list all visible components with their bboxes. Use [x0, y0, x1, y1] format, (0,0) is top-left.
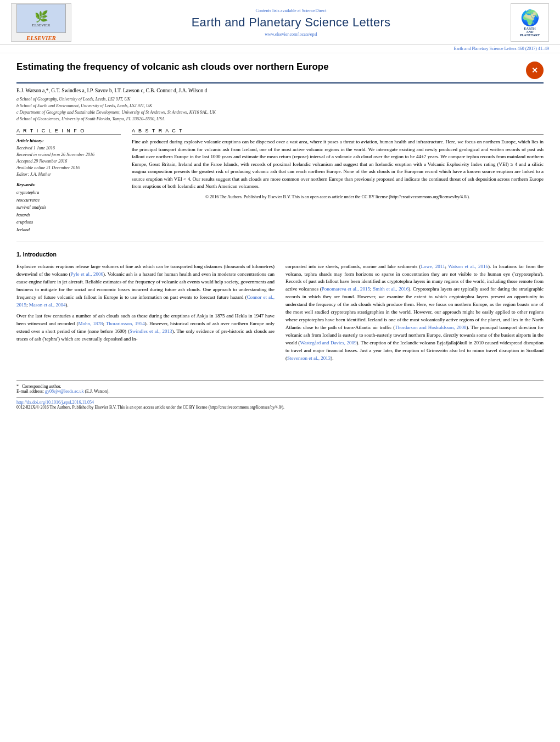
- license-text: © 2016 The Authors. Published by Elsevie…: [132, 194, 544, 200]
- keyword-0: cryptotephra: [16, 189, 121, 197]
- intro-para-3: corporated into ice sheets, peatlands, m…: [285, 263, 544, 362]
- body-col-left: 1. Introduction Explosive volcanic erupt…: [16, 250, 275, 366]
- keyword-2: survival analysis: [16, 204, 121, 211]
- ref-thordarson-2008[interactable]: Thordarson and Hoskuldsson, 2008: [395, 325, 466, 330]
- ref-thorarinsson-1954[interactable]: Thorarinsson, 1954: [106, 321, 145, 326]
- affiliations: a School of Geography, University of Lee…: [16, 96, 544, 122]
- abstract-text: Fine ash produced during explosive volca…: [132, 138, 544, 200]
- abstract-label: A B S T R A C T: [132, 128, 544, 135]
- elsevier-logo-block: 🌿 ELSEVIER ELSEVIER: [11, 3, 71, 42]
- keyword-1: reoccurrence: [16, 197, 121, 204]
- crossmark-badge: ✕: [526, 62, 544, 79]
- ref-swindles-2013[interactable]: Swindles et al., 2013: [130, 328, 172, 334]
- abstract-paragraph: Fine ash produced during explosive volca…: [132, 138, 544, 191]
- doi-line[interactable]: http://dx.doi.org/10.1016/j.epsl.2016.11…: [16, 400, 544, 405]
- ref-smith-2016[interactable]: Smith et al., 2016: [373, 286, 408, 292]
- ref-mason-2004[interactable]: Mason et al., 2004: [29, 302, 66, 308]
- history-editor: Editor: J.A. Mather: [16, 171, 121, 178]
- keywords-section: Keywords: cryptotephra reoccurrence surv…: [16, 182, 121, 234]
- earth-globe-icon: 🌍: [520, 9, 540, 27]
- corresponding-label: Corresponding author.: [22, 384, 61, 389]
- footnote-area: * Corresponding author. E-mail address: …: [16, 380, 544, 394]
- article-body: Estimating the frequency of volcanic ash…: [0, 53, 560, 375]
- affiliation-c: c Department of Geography and Sustainabl…: [16, 109, 544, 116]
- section1-heading: 1. Introduction: [16, 250, 275, 259]
- ref-wastegard-2009[interactable]: Wastegård and Davies, 2009: [300, 340, 356, 345]
- email-line: E-mail address: gy08ejw@leeds.ac.uk (E.J…: [16, 389, 544, 394]
- journal-title: Earth and Planetary Science Letters: [82, 15, 500, 30]
- footnote-star: *: [16, 384, 21, 389]
- article-info-label: A R T I C L E I N F O: [16, 128, 121, 135]
- authors-text: E.J. Watson a,*, G.T. Swindles a, I.P. S…: [16, 88, 207, 93]
- email-label: E-mail address:: [16, 389, 44, 394]
- keyword-3: hazards: [16, 211, 121, 219]
- history-label: Article history:: [16, 138, 121, 143]
- history-revised: Received in revised form 26 November 201…: [16, 152, 121, 158]
- history-received: Received 1 June 2016: [16, 145, 121, 152]
- abstract-column: A B S T R A C T Fine ash produced during…: [132, 128, 544, 234]
- page-footer: http://dx.doi.org/10.1016/j.epsl.2016.11…: [16, 397, 544, 410]
- ref-mohn-1878[interactable]: Mohn, 1878: [78, 321, 103, 326]
- keyword-4: eruptions: [16, 219, 121, 226]
- body-section: 1. Introduction Explosive volcanic erupt…: [16, 250, 544, 366]
- contents-available: Contents lists available at ScienceDirec…: [82, 8, 500, 13]
- section-divider: [16, 242, 544, 242]
- intro-para-1: Explosive volcanic eruptions release lar…: [16, 263, 275, 309]
- affiliation-d: d School of Geosciences, University of S…: [16, 116, 544, 122]
- journal-url: www.elsevier.com/locate/epsl: [82, 32, 500, 37]
- journal-header: 🌿 ELSEVIER ELSEVIER Contents lists avail…: [0, 0, 560, 44]
- article-history: Article history: Received 1 June 2016 Re…: [16, 138, 121, 178]
- article-meta-line: Earth and Planetary Science Letters 460 …: [0, 44, 560, 53]
- info-abstract-section: A R T I C L E I N F O Article history: R…: [16, 128, 544, 234]
- authors-line: E.J. Watson a,*, G.T. Swindles a, I.P. S…: [16, 88, 544, 93]
- ref-ponomareva-2015[interactable]: Ponomareva et al., 2015: [322, 286, 370, 292]
- email-link[interactable]: gy08ejw@leeds.ac.uk: [45, 389, 83, 394]
- ref-pyle-2006[interactable]: Pyle et al., 2006: [71, 271, 103, 277]
- body-col-right: corporated into ice sheets, peatlands, m…: [285, 250, 544, 366]
- journal-title-block: Contents lists available at ScienceDirec…: [71, 8, 511, 37]
- page: 🌿 ELSEVIER ELSEVIER Contents lists avail…: [0, 0, 560, 742]
- affiliation-b: b School of Earth and Environment, Unive…: [16, 103, 544, 109]
- ref-watson-2016[interactable]: Watson et al., 2016: [448, 264, 488, 269]
- ref-lowe-2011[interactable]: Lowe, 2011: [421, 264, 445, 269]
- earth-logo-text: EARTHANDPLANETARY: [520, 27, 540, 37]
- history-accepted: Accepted 29 November 2016: [16, 158, 121, 165]
- email-person: (E.J. Watson).: [85, 389, 109, 394]
- keywords-label: Keywords:: [16, 182, 121, 187]
- ref-stevenson-2013[interactable]: Stevenson et al., 2013: [287, 355, 331, 361]
- article-title: Estimating the frequency of volcanic ash…: [16, 62, 520, 72]
- intro-para-2: Over the last few centuries a number of …: [16, 313, 275, 343]
- keyword-5: Iceland: [16, 226, 121, 234]
- earth-logo-block: 🌍 EARTHANDPLANETARY: [511, 3, 549, 42]
- history-online: Available online 21 December 2016: [16, 165, 121, 171]
- elsevier-text: ELSEVIER: [26, 35, 56, 41]
- affiliation-a: a School of Geography, University of Lee…: [16, 96, 544, 103]
- article-info-column: A R T I C L E I N F O Article history: R…: [16, 128, 121, 234]
- article-title-section: Estimating the frequency of volcanic ash…: [16, 62, 544, 83]
- corresponding-author-note: * Corresponding author.: [16, 384, 544, 389]
- issn-line: 0012-821X/© 2016 The Authors. Published …: [16, 405, 544, 410]
